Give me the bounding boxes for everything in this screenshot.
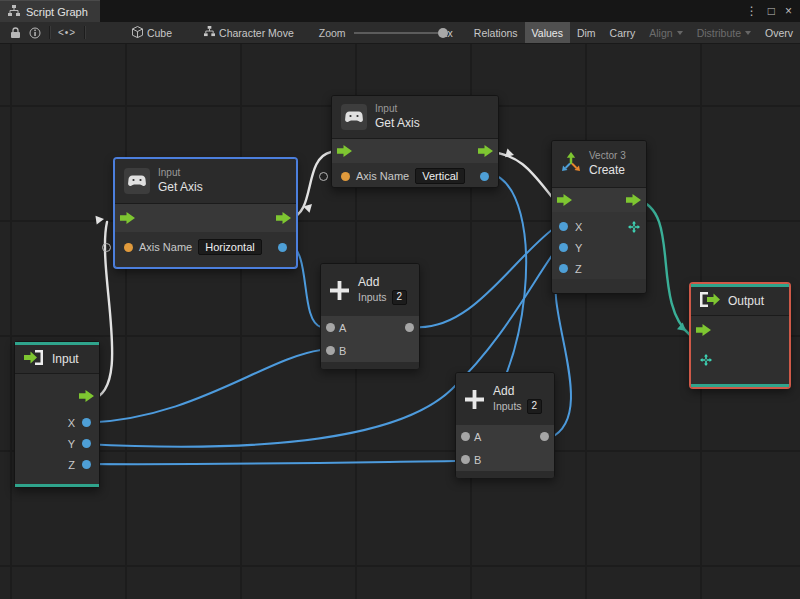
tab-title: Script Graph bbox=[26, 6, 88, 18]
port-label: X bbox=[575, 221, 582, 233]
value-out-port[interactable] bbox=[278, 243, 287, 252]
node-add-top[interactable]: Add Inputs 2 A B bbox=[320, 263, 420, 369]
breadcrumb-cube[interactable]: Cube bbox=[125, 22, 179, 43]
flow-out-port[interactable] bbox=[276, 212, 291, 224]
overview-button[interactable]: Overv bbox=[758, 22, 800, 43]
ports-section: X Y Z bbox=[552, 212, 646, 279]
port-row-z: Z bbox=[15, 454, 99, 475]
node-footer bbox=[321, 362, 419, 369]
node-add-bottom[interactable]: Add Inputs 2 A B bbox=[455, 372, 555, 478]
node-vector3-create[interactable]: Vector 3 Create X Y bbox=[551, 140, 647, 294]
flow-out-port[interactable] bbox=[79, 390, 94, 402]
node-header[interactable]: Input Get Axis bbox=[115, 159, 296, 203]
values-button[interactable]: Values bbox=[525, 22, 570, 43]
align-dropdown[interactable]: Align bbox=[642, 22, 689, 43]
lock-icon[interactable] bbox=[6, 22, 25, 43]
tab-script-graph[interactable]: Script Graph bbox=[0, 0, 100, 22]
output-icon bbox=[700, 292, 720, 311]
flow-in-port[interactable] bbox=[696, 324, 711, 336]
dropdown-caret-icon bbox=[677, 31, 683, 35]
node-title: Add bbox=[358, 275, 407, 290]
distribute-dropdown[interactable]: Distribute bbox=[690, 22, 758, 43]
inputs-count-field[interactable]: 2 bbox=[527, 399, 543, 414]
node-header[interactable]: Output bbox=[691, 287, 789, 315]
b-in-port[interactable] bbox=[326, 346, 335, 355]
dim-button[interactable]: Dim bbox=[570, 22, 603, 43]
flow-in-port[interactable] bbox=[120, 212, 135, 224]
graph-canvas[interactable]: Input Get Axis Axis Name Vertical bbox=[0, 44, 800, 599]
flow-out-port[interactable] bbox=[478, 145, 493, 157]
port-label: B bbox=[339, 345, 346, 357]
port-label: Y bbox=[575, 242, 582, 254]
zoom-slider[interactable] bbox=[354, 26, 438, 40]
flow-ports-row bbox=[332, 139, 498, 163]
port-label: B bbox=[474, 454, 481, 466]
z-in-port[interactable] bbox=[559, 264, 568, 273]
port-row-a: A bbox=[456, 425, 554, 448]
slider-handle[interactable] bbox=[438, 28, 448, 38]
x-in-port[interactable] bbox=[559, 222, 568, 231]
breadcrumb-label: Character Move bbox=[219, 27, 294, 39]
b-in-port[interactable] bbox=[461, 455, 470, 464]
port-label: Y bbox=[68, 438, 75, 450]
ports-section: A B bbox=[321, 316, 419, 362]
flow-ports-row bbox=[691, 324, 789, 350]
axis-name-field[interactable]: Horizontal bbox=[198, 239, 262, 255]
node-get-axis-vertical[interactable]: Input Get Axis Axis Name Vertical bbox=[331, 95, 499, 188]
axis-name-field[interactable]: Vertical bbox=[415, 168, 465, 184]
node-header[interactable]: Input bbox=[15, 345, 99, 373]
node-header[interactable]: Add Inputs 2 bbox=[321, 264, 419, 316]
wire-input-z-to-add2-b[interactable] bbox=[85, 461, 456, 464]
info-icon[interactable] bbox=[25, 22, 45, 43]
code-view-icon[interactable]: <•> bbox=[54, 22, 80, 43]
tab-bar: Script Graph ⋮ □ × bbox=[0, 0, 800, 22]
axis-name-port[interactable] bbox=[341, 172, 350, 181]
slider-track bbox=[354, 32, 438, 34]
node-title: Get Axis bbox=[375, 116, 420, 131]
sum-out-port[interactable] bbox=[540, 432, 549, 441]
string-port-ring[interactable] bbox=[319, 172, 328, 181]
z-out-port[interactable] bbox=[82, 460, 91, 469]
node-title: Output bbox=[728, 294, 764, 308]
carry-button[interactable]: Carry bbox=[603, 22, 643, 43]
a-in-port[interactable] bbox=[461, 432, 470, 441]
wire-add-result-to-vector3-x[interactable] bbox=[415, 226, 557, 327]
node-get-axis-horizontal[interactable]: Input Get Axis Axis Name Horizontal bbox=[114, 158, 297, 268]
y-in-port[interactable] bbox=[559, 243, 568, 252]
flow-in-port[interactable] bbox=[557, 194, 572, 206]
close-icon[interactable]: × bbox=[785, 4, 792, 18]
input-icon bbox=[24, 350, 44, 369]
node-header[interactable]: Vector 3 Create bbox=[552, 141, 646, 187]
string-port-ring[interactable] bbox=[102, 243, 111, 252]
flow-in-port[interactable] bbox=[337, 145, 352, 157]
axis-name-port[interactable] bbox=[124, 243, 133, 252]
a-in-port[interactable] bbox=[326, 323, 335, 332]
wire-input-x-to-add-b[interactable] bbox=[85, 350, 321, 423]
breadcrumb-character-move[interactable]: Character Move bbox=[197, 22, 301, 43]
node-title: Create bbox=[589, 163, 626, 178]
menu-icon[interactable]: ⋮ bbox=[746, 4, 758, 18]
node-graph-output[interactable]: Output bbox=[690, 283, 790, 388]
port-row-z: Z bbox=[552, 258, 646, 279]
maximize-icon[interactable]: □ bbox=[768, 4, 775, 18]
x-out-port[interactable] bbox=[82, 418, 91, 427]
add-icon bbox=[465, 390, 484, 409]
node-graph-input[interactable]: Input X Y Z bbox=[14, 341, 100, 488]
port-label: Z bbox=[68, 459, 75, 471]
graph-toolbar: <•> Cube Character Move Zoom 1x Relation… bbox=[0, 22, 800, 44]
flow-ports-row bbox=[115, 204, 296, 232]
relations-button[interactable]: Relations bbox=[467, 22, 525, 43]
node-header[interactable]: Input Get Axis bbox=[332, 96, 498, 138]
wire-arrowhead bbox=[95, 215, 104, 225]
inputs-count-field[interactable]: 2 bbox=[392, 290, 408, 305]
port-row-b: B bbox=[321, 339, 419, 362]
flow-out-port[interactable] bbox=[626, 194, 641, 206]
axis-name-label: Axis Name bbox=[356, 170, 409, 182]
sum-out-port[interactable] bbox=[405, 323, 414, 332]
y-out-port[interactable] bbox=[82, 439, 91, 448]
port-row-x: X bbox=[552, 216, 646, 237]
value-out-port[interactable] bbox=[480, 172, 489, 181]
ports-section: A B bbox=[456, 425, 554, 471]
node-header[interactable]: Add Inputs 2 bbox=[456, 373, 554, 425]
node-category: Input bbox=[158, 167, 203, 180]
